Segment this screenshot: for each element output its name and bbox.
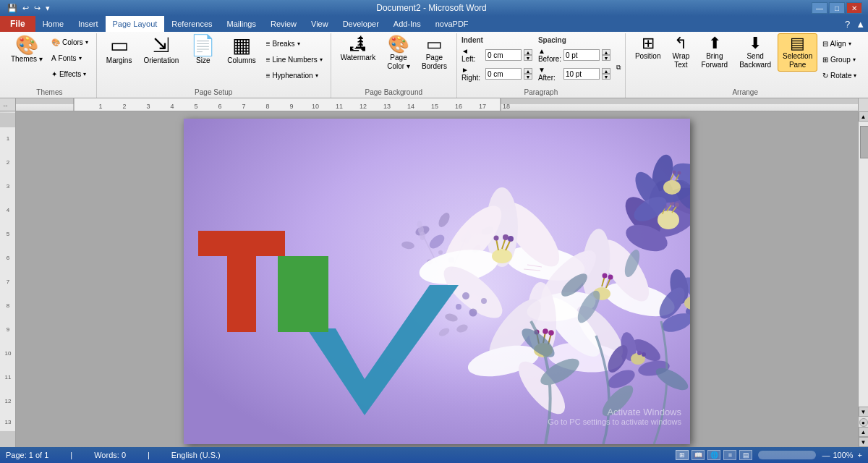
menu-references[interactable]: References bbox=[164, 16, 219, 32]
ribbon-collapse-btn[interactable]: ▲ bbox=[856, 19, 865, 30]
view-web-btn[interactable]: 🌐 bbox=[707, 450, 720, 460]
svg-point-142 bbox=[462, 292, 469, 300]
page-background-group-label: Page Background bbox=[331, 88, 456, 96]
page-setup-group-label: Page Setup bbox=[97, 88, 331, 96]
menu-insert[interactable]: Insert bbox=[71, 16, 106, 32]
line-numbers-btn[interactable]: ≡ Line Numbers ▾ bbox=[263, 52, 326, 67]
spacing-after-spin[interactable]: ▲▼ bbox=[602, 68, 610, 80]
send-backward-btn[interactable]: ⬇ SendBackward bbox=[734, 33, 776, 72]
word-count: Words: 0 bbox=[94, 451, 126, 459]
spacing-before-spin[interactable]: ▲▼ bbox=[602, 49, 610, 61]
file-menu-btn[interactable]: File bbox=[0, 16, 35, 32]
svg-point-105 bbox=[603, 273, 608, 279]
scroll-thumb[interactable] bbox=[860, 126, 869, 158]
window-controls: — □ ✕ bbox=[812, 2, 862, 14]
svg-text:9: 9 bbox=[289, 103, 293, 110]
menu-home[interactable]: Home bbox=[35, 16, 71, 32]
position-btn[interactable]: ⊞ Position bbox=[630, 33, 666, 63]
svg-point-63 bbox=[658, 211, 679, 229]
svg-text:18: 18 bbox=[503, 103, 510, 110]
menu-developer[interactable]: Developer bbox=[336, 16, 386, 32]
close-btn[interactable]: ✕ bbox=[846, 2, 862, 14]
menu-mailings[interactable]: Mailings bbox=[220, 16, 263, 32]
page-background-group: 🏞 Watermark 🎨 PageColor ▾ ▭ PageBorders … bbox=[331, 33, 457, 98]
svg-point-93 bbox=[494, 236, 499, 241]
undo-quick-btn[interactable]: ↩ bbox=[21, 4, 30, 13]
indent-right-input[interactable] bbox=[485, 68, 522, 80]
bring-forward-btn[interactable]: ⬆ BringForward bbox=[696, 33, 733, 72]
spacing-after-input[interactable] bbox=[563, 68, 600, 80]
main-area: 1 2 3 4 5 6 7 8 9 10 11 12 13 bbox=[0, 111, 868, 447]
svg-text:2: 2 bbox=[122, 103, 126, 110]
svg-text:4: 4 bbox=[6, 207, 9, 213]
zoom-slider[interactable] bbox=[758, 451, 816, 459]
svg-text:4: 4 bbox=[170, 103, 174, 110]
svg-point-92 bbox=[508, 236, 514, 242]
svg-point-91 bbox=[503, 234, 509, 240]
maximize-btn[interactable]: □ bbox=[829, 2, 845, 14]
menu-addins[interactable]: Add-Ins bbox=[386, 16, 428, 32]
paragraph-group: Indent ◄ Left: ▲▼ ► Right: ▲▼ Spacing ▲ … bbox=[457, 33, 626, 98]
zoom-in-btn[interactable]: + bbox=[858, 451, 862, 459]
svg-text:3: 3 bbox=[146, 103, 150, 110]
themes-btn[interactable]: 🎨 Themes ▾ bbox=[7, 33, 46, 66]
wrap-text-btn[interactable]: ↰ WrapText bbox=[667, 33, 694, 72]
view-draft-btn[interactable]: ▤ bbox=[739, 450, 752, 460]
paragraph-dialog-btn[interactable]: ⧉ bbox=[616, 64, 621, 82]
svg-text:5: 5 bbox=[194, 103, 197, 110]
rotate-btn[interactable]: ↻ Rotate ▾ bbox=[819, 68, 860, 82]
svg-text:8: 8 bbox=[6, 302, 9, 309]
spacing-before-input[interactable] bbox=[563, 49, 600, 61]
zoom-out-btn[interactable]: — bbox=[822, 451, 830, 459]
scroll-prev-page-btn[interactable]: ▲ bbox=[859, 427, 869, 437]
selection-pane-btn[interactable]: ▤ SelectionPane bbox=[778, 33, 817, 72]
effects-btn[interactable]: ✦ Effects ▾ bbox=[48, 67, 92, 81]
svg-text:6: 6 bbox=[218, 103, 221, 110]
document-area[interactable]: Activate Windows Go to PC settings to ac… bbox=[16, 111, 858, 447]
help-btn[interactable]: ? bbox=[845, 19, 850, 30]
svg-text:10: 10 bbox=[312, 103, 319, 110]
scroll-next-page-btn[interactable]: ▼ bbox=[859, 437, 869, 447]
logo-shapes bbox=[198, 231, 372, 341]
indent-right-spin[interactable]: ▲▼ bbox=[524, 68, 532, 80]
colors-btn[interactable]: 🎨 Colors ▾ bbox=[48, 35, 92, 49]
status-bar: Page: 1 of 1 | Words: 0 | English (U.S.)… bbox=[0, 447, 868, 463]
view-normal-btn[interactable]: ⊞ bbox=[676, 450, 689, 460]
more-quick-btn[interactable]: ▾ bbox=[44, 4, 51, 13]
svg-text:14: 14 bbox=[407, 103, 414, 110]
menu-page-layout[interactable]: Page Layout bbox=[106, 16, 165, 32]
arrange-group: ⊞ Position ↰ WrapText ⬆ BringForward ⬇ S… bbox=[626, 33, 865, 98]
menu-review[interactable]: Review bbox=[263, 16, 304, 32]
scroll-up-btn[interactable]: ▲ bbox=[859, 111, 869, 122]
size-btn[interactable]: 📄 Size bbox=[185, 33, 221, 67]
minimize-btn[interactable]: — bbox=[812, 2, 827, 14]
scroll-select-browse-btn[interactable]: ● bbox=[859, 418, 868, 427]
view-outline-btn[interactable]: ≡ bbox=[723, 450, 736, 460]
save-quick-btn[interactable]: 💾 bbox=[6, 4, 19, 13]
menu-novapdf[interactable]: novaPDF bbox=[428, 16, 476, 32]
margins-btn[interactable]: ▭ Margins bbox=[101, 33, 137, 67]
view-reading-btn[interactable]: 📖 bbox=[692, 450, 705, 460]
columns-btn[interactable]: ▦ Columns bbox=[222, 33, 260, 67]
svg-text:9: 9 bbox=[6, 326, 9, 333]
scroll-down-btn[interactable]: ▼ bbox=[859, 407, 869, 417]
svg-text:16: 16 bbox=[455, 103, 462, 110]
scroll-track[interactable] bbox=[859, 122, 869, 407]
align-btn[interactable]: ⊟ Align ▾ bbox=[819, 36, 860, 51]
page-borders-btn[interactable]: ▭ PageBorders bbox=[417, 33, 452, 73]
indent-left-spin[interactable]: ▲▼ bbox=[524, 49, 532, 61]
svg-point-80 bbox=[678, 171, 681, 175]
window-title: Document2 - Microsoft Word bbox=[51, 3, 812, 13]
svg-rect-25 bbox=[0, 431, 16, 447]
group-btn[interactable]: ⊞ Group ▾ bbox=[819, 52, 860, 67]
svg-text:1: 1 bbox=[6, 135, 9, 142]
hyphenation-btn[interactable]: ≡ Hyphenation ▾ bbox=[263, 68, 326, 82]
watermark-btn[interactable]: 🏞 Watermark bbox=[336, 33, 381, 64]
page-color-btn[interactable]: 🎨 PageColor ▾ bbox=[382, 33, 415, 73]
redo-quick-btn[interactable]: ↪ bbox=[33, 4, 42, 13]
menu-view[interactable]: View bbox=[304, 16, 336, 32]
breaks-btn[interactable]: ≡ Breaks ▾ bbox=[263, 36, 326, 51]
orientation-btn[interactable]: ⇲ Orientation bbox=[138, 33, 184, 67]
fonts-btn[interactable]: A Fonts ▾ bbox=[48, 51, 92, 65]
indent-left-input[interactable] bbox=[485, 49, 522, 61]
